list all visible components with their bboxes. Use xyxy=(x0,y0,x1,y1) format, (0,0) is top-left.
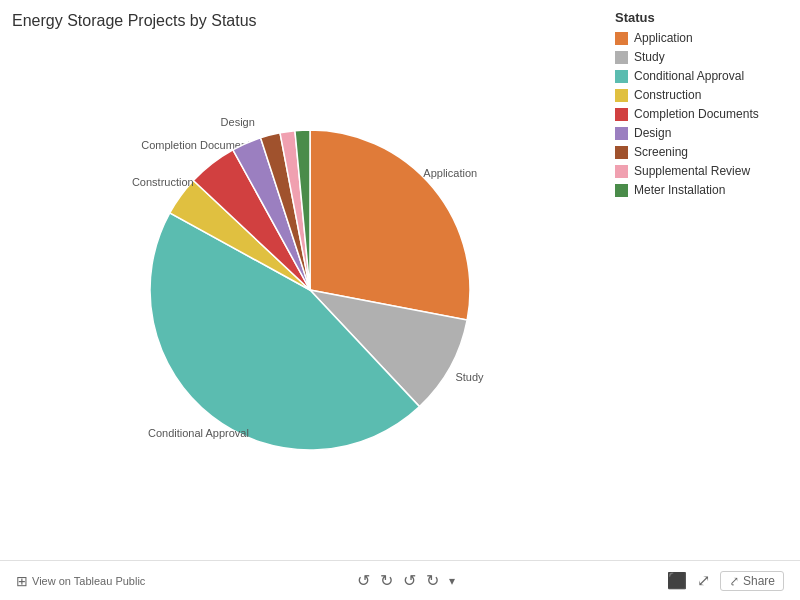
tableau-link[interactable]: ⊞ View on Tableau Public xyxy=(16,573,145,589)
legend-item: Meter Installation xyxy=(615,183,790,197)
legend-color-swatch xyxy=(615,51,628,64)
download-icon[interactable]: ⬛ xyxy=(667,571,687,590)
legend-item-label: Supplemental Review xyxy=(634,164,750,178)
redo-icon[interactable]: ↻ xyxy=(380,571,393,590)
legend-item: Design xyxy=(615,126,790,140)
chart-area: ApplicationStudyConditional ApprovalCons… xyxy=(0,30,620,550)
legend-color-swatch xyxy=(615,108,628,121)
legend-title: Status xyxy=(615,10,790,25)
legend-item: Supplemental Review xyxy=(615,164,790,178)
legend-item: Conditional Approval xyxy=(615,69,790,83)
legend-color-swatch xyxy=(615,32,628,45)
footer: ⊞ View on Tableau Public ↺ ↻ ↺ ↻ ▾ ⬛ ⤢ ⤤… xyxy=(0,560,800,600)
slice-label-design: Design xyxy=(221,116,255,128)
legend-color-swatch xyxy=(615,146,628,159)
slice-label-conditional-approval: Conditional Approval xyxy=(148,427,249,439)
main-container: Energy Storage Projects by Status Applic… xyxy=(0,0,800,600)
legend-item-label: Conditional Approval xyxy=(634,69,744,83)
redo2-icon[interactable]: ↻ xyxy=(426,571,439,590)
slice-label-construction: Construction xyxy=(132,176,194,188)
slice-label-study: Study xyxy=(455,371,484,383)
footer-right: ⬛ ⤢ ⤤ Share xyxy=(667,571,784,591)
legend-color-swatch xyxy=(615,70,628,83)
slice-label-application: Application xyxy=(423,167,477,179)
legend-item: Construction xyxy=(615,88,790,102)
legend-color-swatch xyxy=(615,184,628,197)
legend-item-label: Completion Documents xyxy=(634,107,759,121)
tableau-grid-icon: ⊞ xyxy=(16,573,28,589)
pie-chart-svg: ApplicationStudyConditional ApprovalCons… xyxy=(100,80,520,500)
share-button[interactable]: ⤤ Share xyxy=(720,571,784,591)
pie-slice-application[interactable] xyxy=(310,130,470,320)
legend: Status Application Study Conditional App… xyxy=(615,10,790,202)
legend-item: Application xyxy=(615,31,790,45)
dropdown-icon[interactable]: ▾ xyxy=(449,574,455,588)
legend-item: Screening xyxy=(615,145,790,159)
legend-color-swatch xyxy=(615,89,628,102)
legend-item-label: Construction xyxy=(634,88,701,102)
legend-item-label: Application xyxy=(634,31,693,45)
expand-icon[interactable]: ⤢ xyxy=(697,571,710,590)
legend-item-label: Design xyxy=(634,126,671,140)
legend-item: Study xyxy=(615,50,790,64)
undo-icon[interactable]: ↺ xyxy=(357,571,370,590)
legend-color-swatch xyxy=(615,127,628,140)
chart-title: Energy Storage Projects by Status xyxy=(12,12,257,30)
share-icon: ⤤ xyxy=(729,574,739,588)
legend-items: Application Study Conditional Approval C… xyxy=(615,31,790,197)
share-label: Share xyxy=(743,574,775,588)
undo2-icon[interactable]: ↺ xyxy=(403,571,416,590)
legend-color-swatch xyxy=(615,165,628,178)
legend-item-label: Meter Installation xyxy=(634,183,725,197)
tableau-label[interactable]: View on Tableau Public xyxy=(32,575,145,587)
legend-item: Completion Documents xyxy=(615,107,790,121)
footer-controls: ↺ ↻ ↺ ↻ ▾ xyxy=(145,571,667,590)
legend-item-label: Screening xyxy=(634,145,688,159)
legend-item-label: Study xyxy=(634,50,665,64)
